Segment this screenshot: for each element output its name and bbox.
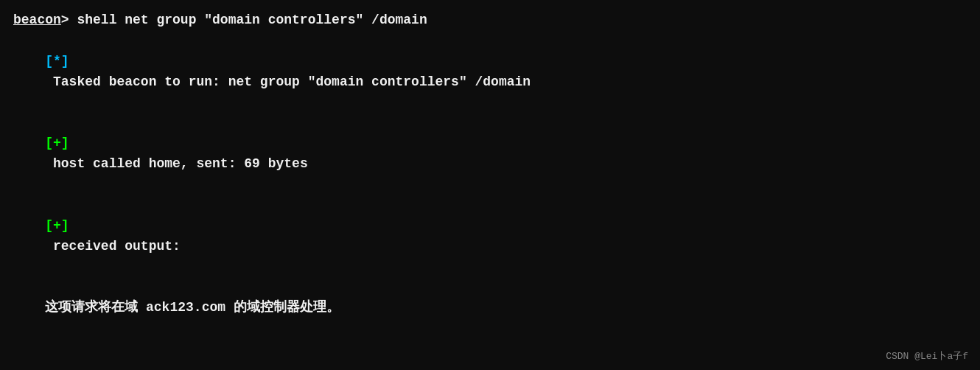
received-output-line: [+] received output:: [13, 195, 967, 278]
tasked-text: Tasked beacon to run: net group "domain …: [45, 74, 531, 89]
group-name-line: 组名 Domain Controllers: [13, 360, 967, 370]
domain-message-line: 这项请求将在域 ack123.com 的域控制器处理。: [13, 278, 967, 340]
beacon-link[interactable]: beacon: [13, 10, 61, 31]
command-text: shell net group "domain controllers" /do…: [77, 10, 427, 31]
plus-bracket-1: [+]: [45, 136, 69, 150]
empty-line-1: [13, 339, 967, 360]
prompt-line: beacon > shell net group "domain control…: [13, 10, 967, 31]
received-output-text: received output:: [45, 239, 181, 254]
watermark-text: CSDN @Lei卜a子f: [886, 351, 968, 362]
plus-bracket-2: [+]: [45, 218, 69, 233]
prompt-arrow: >: [61, 10, 77, 31]
terminal-window: beacon > shell net group "domain control…: [0, 0, 980, 370]
asterisk-bracket: [*]: [45, 54, 69, 69]
domain-message-text: 这项请求将在域 ack123.com 的域控制器处理。: [45, 300, 340, 315]
tasked-line: [*] Tasked beacon to run: net group "dom…: [13, 31, 967, 114]
watermark: CSDN @Lei卜a子f: [886, 349, 968, 363]
host-home-line: [+] host called home, sent: 69 bytes: [13, 113, 967, 195]
host-home-text: host called home, sent: 69 bytes: [45, 156, 307, 171]
